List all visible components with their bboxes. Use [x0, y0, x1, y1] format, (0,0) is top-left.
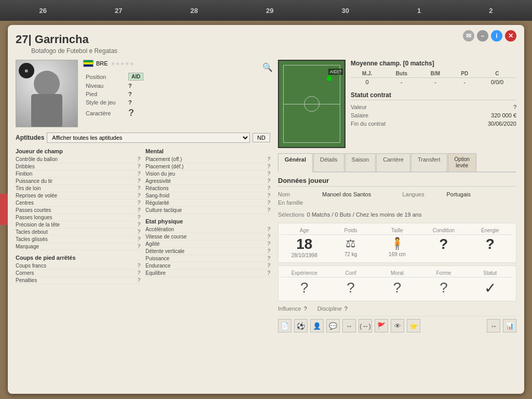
skill-value: ?	[137, 215, 140, 220]
toolbar-chart-icon[interactable]: 📊	[503, 319, 516, 332]
mail-button[interactable]: ✉	[463, 30, 474, 42]
skill-name: Culture tactique	[145, 207, 182, 213]
skill-row: Centres?	[16, 200, 140, 207]
skill-name: Précision de la tête	[16, 222, 60, 228]
tab-option-levee[interactable]: Optionlevée	[448, 153, 476, 171]
pitch-center-circle	[304, 96, 320, 112]
skill-name: Passes courtes	[16, 207, 51, 213]
pitch-wrapper: 🔍 AID|?	[278, 60, 345, 148]
selections-label: Sélections	[278, 211, 304, 218]
taille-value: 169 cm	[374, 251, 420, 257]
skill-value: ?	[267, 156, 270, 162]
toolbar-doc-icon[interactable]: 📄	[278, 319, 291, 332]
influence-value: ?	[304, 305, 307, 312]
detail-table: Position AID Niveau ? Pied ? Style de	[83, 71, 270, 120]
toolbar-eye-icon[interactable]: 👁	[391, 319, 404, 332]
toolbar-arrow-icon[interactable]: ↔	[342, 319, 356, 332]
player-photo: B	[16, 60, 78, 127]
skill-value: ?	[137, 156, 140, 162]
contrat-section: Statut contrat Valeur ? Salaire 320 000 …	[351, 91, 516, 128]
toolbar-star-icon[interactable]: ⭐	[407, 319, 420, 332]
skill-name: Equilibre	[145, 270, 166, 276]
tabs-row: Général Détails Saison Carrière Transfer…	[278, 153, 516, 172]
skill-value: ?	[137, 229, 140, 235]
mental-stats: Expérience ? Conf ? Moral ? Forme ? Stat…	[278, 265, 516, 301]
valeur-row: Valeur ?	[351, 103, 516, 111]
pied-label: Pied	[84, 90, 126, 98]
skill-row: Contrôle du ballon?	[16, 156, 140, 163]
toolbar-parens-icon[interactable]: (↔)	[358, 319, 372, 332]
salaire-value: 320 000 €	[491, 112, 516, 118]
etat-section-title: Etat physique	[145, 218, 270, 224]
tab-transfert[interactable]: Transfert	[411, 153, 447, 171]
stat-c-value: 0/0/0	[478, 78, 516, 87]
skill-name: Coups francs	[16, 263, 46, 269]
tab-saison[interactable]: Saison	[345, 153, 376, 171]
skill-row: Culture tactique?	[145, 207, 270, 214]
player-info-row: B BRE ★★★★★ Position	[16, 60, 270, 127]
salaire-row: Salaire 320 000 €	[351, 111, 516, 119]
day-29: 29	[266, 7, 273, 15]
taille-title: Taille	[374, 228, 420, 235]
niveau-label: Niveau	[84, 82, 126, 89]
aptitudes-nd: ND	[252, 133, 270, 142]
toolbar-chat-icon[interactable]: 💬	[326, 319, 340, 332]
stats-table: M.J. Buts B/M PD C 0 - -	[351, 70, 516, 86]
skill-row: Tacles glissés?	[16, 236, 140, 243]
skill-row: Finition?	[16, 170, 140, 178]
skill-name: Penalties	[16, 277, 37, 283]
moyenne-title: Moyenne champ. [0 matchs]	[351, 60, 516, 67]
selections-row: Sélections 0 Matchs / 0 Buts / Chez les …	[278, 211, 516, 218]
skill-row: Puissance du tir?	[16, 178, 140, 185]
skill-name: Endurance	[145, 263, 170, 269]
tab-carriere[interactable]: Carrière	[376, 153, 410, 171]
player-number-name: 27| Garrincha	[16, 33, 516, 46]
skill-row: Passes longues?	[16, 214, 140, 221]
toolbar-person-icon[interactable]: 👤	[310, 319, 324, 332]
style-label: Style de jeu	[84, 99, 126, 106]
pitch-container: AID|?	[278, 60, 345, 148]
coups-skills-list: Coups francs?Corners?Penalties?	[16, 262, 140, 284]
toolbar-icons-left: 📄 ⚽ 👤 💬 ↔ (↔) 🚩 👁 ⭐	[278, 319, 420, 332]
skill-row: Coups francs?	[16, 262, 140, 270]
skill-value: ?	[267, 207, 270, 213]
aptitudes-section: Aptitudes Afficher toutes les aptitudes …	[16, 132, 270, 284]
toolbar-ball-icon[interactable]: ⚽	[294, 319, 308, 332]
player-number: 27|	[16, 33, 32, 46]
experience-title: Expérience	[281, 270, 327, 277]
left-panel: B BRE ★★★★★ Position	[16, 60, 270, 332]
search-icon[interactable]: 🔍	[262, 62, 273, 72]
nationality-flag	[83, 60, 94, 67]
toolbar-swap-icon[interactable]: ↔	[487, 319, 500, 332]
toolbar-icons-right: ↔ 📊	[487, 319, 516, 332]
gray-button[interactable]: –	[477, 30, 488, 42]
skill-row: Accélération?	[145, 226, 270, 233]
info-button[interactable]: i	[491, 30, 502, 42]
skill-name: Tirs de loin	[16, 185, 41, 191]
contrat-title: Statut contrat	[351, 91, 516, 100]
skill-name: Accélération	[145, 227, 174, 232]
donnees-title: Données joueur	[278, 177, 516, 187]
skill-row: Placement (off.)?	[145, 156, 270, 163]
skill-value: ?	[137, 207, 140, 213]
close-button[interactable]: ✕	[505, 30, 516, 42]
selections-value: 0 Matchs / 0 Buts / Chez les moins de 19…	[307, 211, 422, 218]
left-edge-button[interactable]	[0, 194, 8, 225]
toolbar-flag-icon[interactable]: 🚩	[375, 319, 388, 332]
aptitudes-dropdown[interactable]: Afficher toutes les aptitudes	[47, 132, 250, 143]
skill-row: Penalties?	[16, 277, 140, 284]
skill-row: Vision du jeu?	[145, 170, 270, 178]
experience-stat: Expérience ?	[281, 270, 327, 297]
mental-section-title: Mental	[145, 148, 270, 154]
skill-value: ?	[137, 171, 140, 177]
etat-skills-list: Accélération?Vitesse de course?Agilité?D…	[145, 226, 270, 277]
stat-mj-value: 0	[351, 78, 383, 87]
tab-details[interactable]: Détails	[313, 153, 344, 171]
position-row: Position AID	[84, 72, 269, 81]
skill-name: Tacles glissés	[16, 236, 48, 242]
stat-c-header: C	[478, 70, 516, 78]
tab-general[interactable]: Général	[278, 153, 313, 172]
main-panel: ✉ – i ✕ 27| Garrincha Botafogo de Futebo…	[8, 25, 524, 394]
influence-label: Influence	[278, 305, 301, 312]
skill-name: Vision du jeu	[145, 171, 175, 177]
